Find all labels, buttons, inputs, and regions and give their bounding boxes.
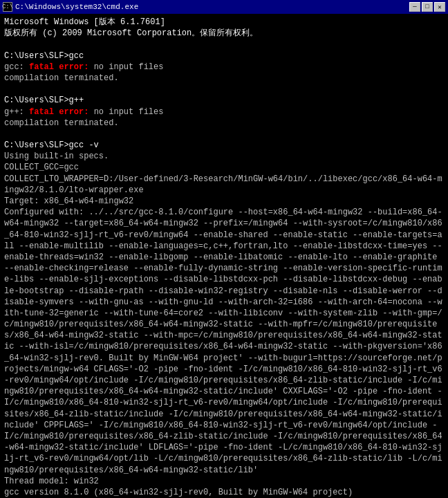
line-4: C:\Users\SLF>gcc [4,50,444,62]
gcc-label: gcc: [4,62,29,72]
line-19: gcc version 8.1.0 (x86_64-win32-sjlj-rev… [4,487,444,498]
title-bar-controls[interactable]: ─ □ ✕ [409,2,445,12]
line-7 [4,84,444,95]
line-15: COLLECT_LTO_WRAPPER=D:/User-defined/3-Re… [4,174,444,196]
line-14: COLLECT_GCC=gcc [4,162,444,173]
no-input-2: no input files [88,107,163,117]
line-2: 版权所有 (c) 2009 Microsoft Corporation。保留所有… [4,28,444,39]
line-16: Target: x86_64-w64-mingw32 [4,196,444,207]
minimize-button[interactable]: ─ [409,2,420,12]
maximize-button[interactable]: □ [422,2,433,12]
line-13: Using built-in specs. [4,151,444,162]
cmd-window: C:\ C:\Windows\system32\cmd.exe ─ □ ✕ Mi… [0,0,448,498]
line-18: Thread model: win32 [4,476,444,487]
line-3 [4,39,444,50]
line-8: C:\Users\SLF>g++ [4,95,444,106]
line-17: Configured with: ../../src/gcc-8.1.0/con… [4,207,444,476]
close-button[interactable]: ✕ [434,2,445,12]
cmd-icon: C:\ [3,2,12,12]
line-1: Microsoft Windows [版本 6.1.7601] [4,17,444,28]
title-bar: C:\ C:\Windows\system32\cmd.exe ─ □ ✕ [0,0,448,14]
no-input-1: no input files [88,62,163,72]
line-12: C:\Users\SLF>gcc -v [4,140,444,151]
line-10: compilation terminated. [4,118,444,129]
line-9: g++: fatal error: no input files [4,107,444,118]
fatal-error-1: fatal error: [29,62,88,72]
title-bar-left: C:\ C:\Windows\system32\cmd.exe [3,2,138,12]
line-11 [4,129,444,140]
line-6: compilation terminated. [4,73,444,84]
console-output: Microsoft Windows [版本 6.1.7601] 版权所有 (c)… [0,14,448,498]
gpp-label: g++: [4,107,29,117]
window-title: C:\Windows\system32\cmd.exe [15,3,138,11]
fatal-error-2: fatal error: [29,107,88,117]
line-5: gcc: fatal error: no input files [4,62,444,73]
